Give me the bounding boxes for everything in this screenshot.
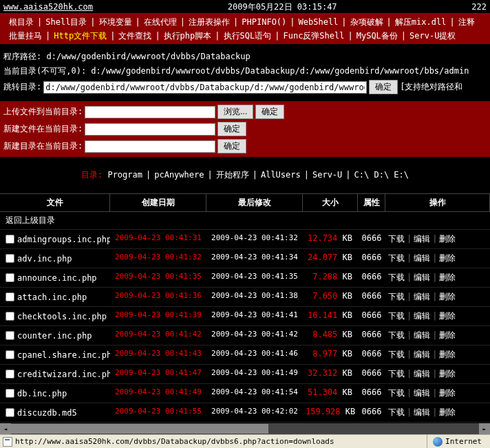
newdir-confirm-button[interactable]: 确定 xyxy=(217,139,246,153)
back-link[interactable]: 返回上级目录 xyxy=(6,215,55,225)
edit-link[interactable]: 编辑 xyxy=(414,253,430,263)
delete-link[interactable]: 删除 xyxy=(439,234,456,244)
nav-item[interactable]: 环境变量 xyxy=(97,17,134,27)
edit-link[interactable]: 编辑 xyxy=(414,330,430,340)
nav-item[interactable]: Shell目录 xyxy=(43,17,89,27)
download-link[interactable]: 下载 xyxy=(388,253,405,263)
newfile-confirm-button[interactable]: 确定 xyxy=(217,122,246,136)
quick-link[interactable]: Serv-U xyxy=(312,170,342,180)
row-checkbox[interactable] xyxy=(6,292,14,301)
row-checkbox[interactable] xyxy=(6,408,14,417)
row-checkbox[interactable] xyxy=(6,331,14,340)
delete-link[interactable]: 删除 xyxy=(439,253,456,263)
delete-link[interactable]: 删除 xyxy=(439,311,456,321)
upload-confirm-button[interactable]: 确定 xyxy=(255,105,284,119)
edit-link[interactable]: 编辑 xyxy=(414,369,430,378)
row-checkbox[interactable] xyxy=(6,389,14,398)
quick-link[interactable]: Program xyxy=(107,170,142,180)
nav-item[interactable]: 解压mix.dll xyxy=(393,17,449,27)
goto-input[interactable] xyxy=(43,81,367,94)
nav-item[interactable]: 注册表操作 xyxy=(187,17,232,27)
download-link[interactable]: 下载 xyxy=(388,369,405,378)
path-value: d:/www/godenbird/wwwroot/dvbbs/Databacku… xyxy=(46,52,250,61)
delete-link[interactable]: 删除 xyxy=(439,407,456,417)
delete-link[interactable]: 删除 xyxy=(439,350,456,359)
delete-link[interactable]: 删除 xyxy=(439,273,456,282)
download-link[interactable]: 下载 xyxy=(388,292,405,301)
edit-link[interactable]: 编辑 xyxy=(414,311,430,321)
site-url[interactable]: www.aaisa520hk.com xyxy=(3,0,93,13)
nav-item[interactable]: 杂项破解 xyxy=(348,17,385,27)
modified-date: 2009-04-23 00:41:41 xyxy=(206,309,303,323)
goto-label: 跳转目录: xyxy=(3,81,41,93)
edit-link[interactable]: 编辑 xyxy=(414,388,430,398)
table-row: admingroups.inc.php2009-04-23 00:41:3120… xyxy=(0,230,490,249)
modified-date: 2009-04-23 00:41:49 xyxy=(206,367,303,381)
scroll-right-arrow[interactable]: ► xyxy=(479,423,490,434)
edit-link[interactable]: 编辑 xyxy=(414,292,430,301)
newfile-input[interactable] xyxy=(85,123,215,136)
quick-link[interactable]: C:\ D:\ E:\ xyxy=(354,170,409,180)
file-ops: 下载|编辑|删除 xyxy=(385,309,490,323)
file-size: 8.485 KB xyxy=(303,328,358,343)
quick-link[interactable]: AllUsers xyxy=(261,170,301,180)
nav-item[interactable]: 根目录 xyxy=(7,17,36,27)
download-link[interactable]: 下载 xyxy=(388,234,405,244)
browse-button[interactable]: 浏览... xyxy=(217,105,253,119)
nav-item[interactable]: Http文件下载 xyxy=(52,31,109,41)
delete-link[interactable]: 删除 xyxy=(439,369,456,378)
file-ops: 下载|编辑|删除 xyxy=(385,270,490,285)
edit-link[interactable]: 编辑 xyxy=(414,350,430,359)
row-checkbox[interactable] xyxy=(6,312,14,321)
quick-link[interactable]: pcAnywhere xyxy=(154,170,204,180)
edit-link[interactable]: 编辑 xyxy=(414,273,430,282)
delete-link[interactable]: 删除 xyxy=(439,330,456,340)
row-checkbox[interactable] xyxy=(6,235,14,244)
delete-link[interactable]: 删除 xyxy=(439,388,456,398)
file-attr: 0666 xyxy=(358,386,385,401)
file-size: 7.650 KB xyxy=(303,290,358,304)
nav-item[interactable]: 文件查找 xyxy=(116,31,153,41)
nav-row-2: 批量挂马|Http文件下载|文件查找|执行php脚本|执行SQL语句|Func反… xyxy=(0,29,490,43)
nav-item[interactable]: WebShell xyxy=(297,17,341,27)
upload-input[interactable] xyxy=(85,106,215,118)
nav-item[interactable]: Func反弹Shell xyxy=(281,31,346,41)
nav-item[interactable]: 注释 xyxy=(456,17,477,27)
modified-date: 2009-04-23 00:41:32 xyxy=(206,232,303,246)
nav-item[interactable]: 批量挂马 xyxy=(7,31,44,41)
nav-item[interactable]: PHPINFO() xyxy=(239,17,288,27)
newdir-input[interactable] xyxy=(85,140,215,153)
row-checkbox[interactable] xyxy=(6,350,14,359)
download-link[interactable]: 下载 xyxy=(388,330,405,340)
nav-item[interactable]: Serv-U提权 xyxy=(407,31,458,41)
header: www.aaisa520hk.com 2009年05月22日 03:15:47 … xyxy=(0,0,490,14)
modified-date: 2009-04-23 00:41:35 xyxy=(206,270,303,285)
download-link[interactable]: 下载 xyxy=(388,388,405,398)
table-row: attach.inc.php2009-04-23 00:41:362009-04… xyxy=(0,288,490,307)
row-checkbox[interactable] xyxy=(6,254,14,263)
edit-link[interactable]: 编辑 xyxy=(414,234,430,244)
nav-item[interactable]: MySQL备份 xyxy=(354,31,400,41)
download-link[interactable]: 下载 xyxy=(388,407,405,417)
download-link[interactable]: 下载 xyxy=(388,311,405,321)
horizontal-scrollbar[interactable]: ◄ ► xyxy=(0,423,490,434)
file-name: creditwizard.inc.php xyxy=(17,370,110,379)
nav-item[interactable]: 在线代理 xyxy=(142,17,179,27)
scroll-thumb[interactable] xyxy=(11,424,268,434)
file-ops: 下载|编辑|删除 xyxy=(385,386,490,401)
row-checkbox[interactable] xyxy=(6,273,14,282)
created-date: 2009-04-23 00:41:42 xyxy=(110,328,206,343)
nav-item[interactable]: 执行php脚本 xyxy=(162,31,214,41)
download-link[interactable]: 下载 xyxy=(388,273,405,282)
download-link[interactable]: 下载 xyxy=(388,350,405,359)
edit-link[interactable]: 编辑 xyxy=(414,407,430,417)
scroll-left-arrow[interactable]: ◄ xyxy=(0,423,11,434)
created-date: 2009-04-23 00:41:47 xyxy=(110,367,206,381)
current-value: d:/www/godenbird/wwwroot/dvbbs/Databacku… xyxy=(91,66,469,76)
row-checkbox[interactable] xyxy=(6,370,14,378)
quick-link[interactable]: 开始程序 xyxy=(216,170,249,180)
goto-confirm-button[interactable]: 确定 xyxy=(369,80,398,94)
delete-link[interactable]: 删除 xyxy=(439,292,456,301)
file-size: 24.077 KB xyxy=(303,251,358,266)
nav-item[interactable]: 执行SQL语句 xyxy=(222,31,274,41)
